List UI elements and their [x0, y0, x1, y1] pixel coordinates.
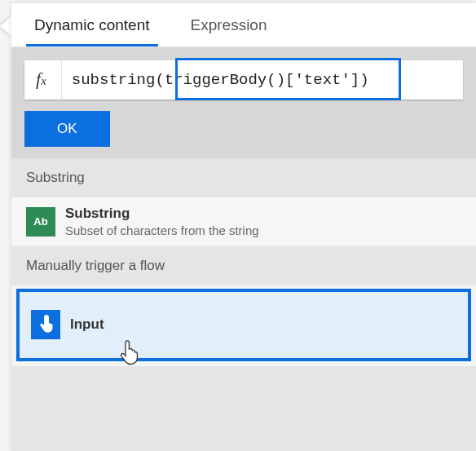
selected-highlight-box: Input — [16, 289, 471, 361]
ok-button[interactable]: OK — [24, 111, 110, 147]
tabs-bar: Dynamic content Expression — [11, 3, 476, 47]
section-header-substring: Substring — [11, 158, 476, 197]
section-header-trigger: Manually trigger a flow — [11, 246, 476, 285]
touch-input-icon — [31, 310, 60, 339]
substring-item[interactable]: Ab Substring Subset of characters from t… — [11, 197, 476, 246]
tab-dynamic-content[interactable]: Dynamic content — [26, 3, 158, 46]
empty-space — [11, 366, 476, 451]
tab-expression[interactable]: Expression — [183, 3, 275, 46]
flyout-arrow — [0, 16, 11, 36]
substring-item-subtitle: Subset of characters from the string — [65, 223, 259, 237]
formula-input-row[interactable]: fx substring(triggerBody()['text']) — [24, 60, 463, 99]
substring-item-text: Substring Subset of characters from the … — [65, 206, 259, 237]
fx-icon: fx — [24, 60, 62, 100]
formula-area: fx substring(triggerBody()['text']) OK — [11, 47, 476, 158]
input-item-text: Input — [70, 316, 104, 333]
input-item[interactable]: Input — [20, 292, 468, 358]
formula-input[interactable]: substring(triggerBody()['text']) — [62, 71, 463, 89]
dynamic-content-panel: Dynamic content Expression fx substring(… — [11, 3, 476, 451]
input-item-title: Input — [70, 316, 104, 333]
substring-item-title: Substring — [65, 206, 259, 222]
string-operations-icon: Ab — [26, 207, 55, 237]
